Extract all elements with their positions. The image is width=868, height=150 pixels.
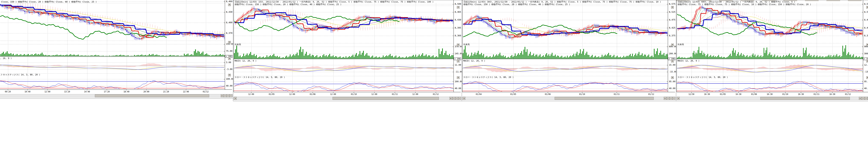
scroll-right-button[interactable]: ▶ [664, 97, 666, 100]
chart-header: 日経225mini 12/03( 15分, 2011/12/30 - 2012/… [235, 1, 461, 6]
time-tick [292, 92, 292, 93]
volume-pane-label: 出来高 [463, 43, 470, 46]
scrollbar-track[interactable] [0, 94, 221, 97]
chart-canvas[interactable] [0, 0, 225, 89]
y-axis-label: 8,525 [864, 11, 868, 13]
scroll-extra-button[interactable]: ▭ [666, 97, 670, 100]
time-axis-label: 12/30 [687, 93, 696, 95]
scrollbar-thumb[interactable] [333, 97, 439, 100]
time-axis-label: 01/12 [202, 91, 210, 93]
y-axis-label: 40.00 [864, 87, 868, 90]
scroll-extra-button[interactable]: ▭ [458, 97, 461, 100]
macd-pane-menu-button[interactable]: ▼ [866, 60, 868, 62]
time-axis-label: 01/12 [431, 93, 440, 95]
chart-window-3: 日経225mini 12/03( 30分, 2011/12/30 - 2012/… [462, 0, 676, 101]
time-tick [785, 92, 785, 93]
y-axis-label: -13.00 [864, 71, 868, 73]
chart-header: 日経225mini 12/03( 60分, 2011/12/30 - 2012/… [678, 1, 868, 6]
scrollbar-thumb[interactable] [760, 97, 850, 100]
y-axis-label: 8,360 [455, 35, 461, 37]
chart-window-1: 移動平均( Close, 150 ) 移動平均( Close, 20 ) 移動平… [0, 0, 234, 99]
time-axis-label: 01/10 [578, 93, 586, 95]
macd-pane-menu-button[interactable]: ▼ [671, 60, 674, 62]
scroll-left-button[interactable]: ◀ [677, 97, 680, 100]
time-axis-label: 22:40 [182, 91, 190, 93]
time-axis-label: 01/06 [750, 93, 758, 95]
time-axis-label: 01/05 [267, 93, 276, 95]
scroll-extra-button[interactable]: ▭ [226, 94, 229, 97]
y-axis-label: 8,430 [455, 19, 461, 21]
scrollbar-track[interactable] [465, 97, 664, 100]
stochastics-pane-menu-button[interactable]: ▼ [228, 74, 231, 77]
time-axis-label: 09:20 [3, 91, 12, 93]
time-axis-label: 01/12 [647, 93, 655, 95]
scroll-extra-button[interactable]: ▭ [452, 97, 455, 100]
scroll-right-button[interactable]: ▶ [450, 97, 452, 100]
scroll-extra-button[interactable]: ▭ [673, 97, 675, 100]
scroll-extra-button[interactable]: ▭ [455, 97, 458, 100]
scrollbar-thumb[interactable] [95, 94, 209, 97]
volume-pane-menu-button[interactable]: ▼ [457, 43, 460, 46]
scroll-left-button[interactable]: ◀ [234, 97, 237, 100]
y-axis-label: 15.00 [669, 64, 675, 66]
stochastics-pane-label: スロー・ストキャスティクス( 14, 3, 80, 20 ) [463, 76, 514, 79]
y-axis-label: 100.00 [226, 78, 234, 80]
y-axis-label: 40.00 [669, 87, 675, 90]
y-axis-label: 145.00 [455, 53, 463, 55]
volume-pane-menu-button[interactable]: ▼ [866, 43, 868, 46]
chart-window-4: 日経225mini 12/03( 60分, 2011/12/30 - 2012/… [676, 0, 868, 101]
y-axis-label: 12.50 [864, 64, 868, 66]
y-axis-label: 100.00 [455, 81, 463, 83]
time-axis-label: 16:30 [703, 93, 711, 95]
h-scrollbar[interactable]: ◀ ▶ ▭ ▭ ▭ [234, 97, 461, 100]
stochastics-pane-menu-button[interactable]: ▼ [457, 77, 460, 79]
y-axis-label: 8,425 [864, 27, 868, 29]
h-scrollbar[interactable]: ◀ ▶ ▭ ▭ ▭ [677, 97, 868, 100]
scroll-extra-button[interactable]: ▭ [224, 94, 226, 97]
price-pane-menu-button[interactable]: ▼ [671, 6, 674, 8]
scroll-extra-button[interactable]: ▭ [862, 97, 865, 100]
stochastics-pane-menu-button[interactable]: ▼ [671, 77, 674, 79]
plot-area [0, 0, 225, 89]
time-tick [415, 92, 415, 93]
scrollbar-track[interactable] [680, 97, 859, 100]
scroll-extra-button[interactable]: ▭ [670, 97, 673, 100]
scrollbar-thumb[interactable] [555, 97, 654, 100]
h-scrollbar[interactable]: ◀ ▶ ▭ ▭ ▭ [0, 94, 232, 97]
time-axis-label: 17:20 [102, 91, 111, 93]
price-pane-menu-button[interactable]: ▼ [457, 6, 460, 8]
macd-pane-menu-button[interactable]: ▼ [457, 60, 460, 62]
time-tick [87, 90, 87, 90]
scroll-left-button[interactable]: ◀ [463, 97, 465, 100]
time-tick [146, 90, 147, 90]
time-tick [848, 92, 848, 93]
volume-pane-menu-button[interactable]: ▼ [671, 43, 674, 46]
volume-pane-menu-button[interactable]: ▼ [228, 41, 231, 43]
scroll-extra-button[interactable]: ▭ [865, 97, 868, 100]
scroll-right-button[interactable]: ▶ [859, 97, 862, 100]
time-axis-label: 10:40 [23, 91, 32, 93]
time-axis-label: 12:00 [329, 93, 337, 95]
y-axis-label: 8,475 [864, 19, 868, 21]
price-pane-menu-button[interactable]: ▼ [866, 6, 868, 8]
time-axis-label: 14:40 [83, 91, 91, 93]
volume-pane-label: 出来高 [678, 43, 684, 46]
y-axis-label: 11.00 [455, 64, 461, 66]
time-tick [832, 92, 833, 93]
scroll-right-button[interactable]: ▶ [221, 94, 224, 97]
scrollbar-track[interactable] [237, 97, 450, 100]
time-tick [272, 92, 272, 93]
time-axis-label: 12:00 [247, 93, 255, 95]
time-tick [67, 90, 67, 90]
scroll-extra-button[interactable]: ▭ [229, 94, 232, 97]
chart-legend-row: 移動平均( Close, 150 ) 移動平均( Close, 20 ) 移動平… [463, 3, 675, 6]
y-axis-label: -11.00 [455, 71, 463, 73]
h-scrollbar[interactable]: ◀ ▶ ▭ ▭ ▭ [462, 97, 676, 100]
time-axis-label: 01/04 [474, 93, 483, 95]
macd-pane-menu-button[interactable]: ▼ [228, 57, 231, 60]
time-tick [251, 92, 251, 93]
y-axis-label: 8,430 [226, 11, 232, 13]
y-axis-label: -15.00 [669, 71, 677, 73]
price-pane-menu-button[interactable]: ▼ [228, 3, 231, 6]
stochastics-pane-menu-button[interactable]: ▼ [866, 77, 868, 79]
